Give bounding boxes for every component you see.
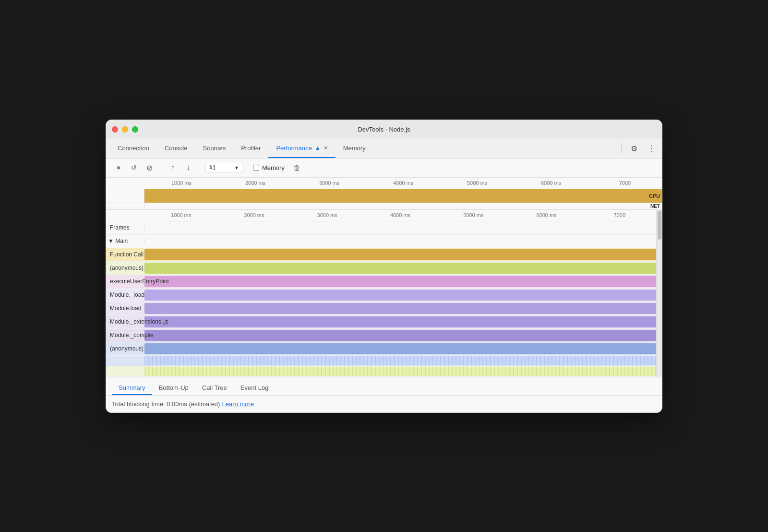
memory-checkbox-group: Memory <box>253 164 285 171</box>
ruler2-tick-3: 3000 ms <box>291 212 364 218</box>
anonymous2-row[interactable]: (anonymous) <box>106 342 656 356</box>
anonymous1-bar-area <box>144 262 656 275</box>
close-button[interactable] <box>112 126 118 133</box>
tab-sources[interactable]: Sources <box>195 139 233 158</box>
learn-more-link[interactable]: Learn more <box>222 400 253 408</box>
maximize-button[interactable] <box>132 126 138 133</box>
frames-row: Frames <box>106 221 656 235</box>
ruler2-tick-5: 5000 ms <box>437 212 510 218</box>
profile-number: #1 <box>209 164 216 171</box>
detail2-bar-area <box>144 366 656 376</box>
compile-bar-area <box>144 329 656 342</box>
clear-button[interactable]: ⊘ <box>143 161 156 174</box>
upload-button[interactable]: ↑ <box>166 161 180 174</box>
title-bar: DevTools - Node.js <box>106 120 662 139</box>
frames-bar-area <box>144 221 656 234</box>
tab-summary[interactable]: Summary <box>112 381 152 395</box>
scrollbar-thumb[interactable] <box>658 211 661 240</box>
extensions-bar-area <box>144 315 656 328</box>
tab-profiler[interactable]: Profiler <box>233 139 268 158</box>
module-load2-row[interactable]: Module.load <box>106 302 656 315</box>
performance-icon: ▲ <box>315 145 321 151</box>
tab-connection[interactable]: Connection <box>110 139 157 158</box>
module-load2-label: Module.load <box>106 305 144 312</box>
traffic-lights <box>112 126 138 133</box>
detail1-row <box>106 356 656 366</box>
devtools-window: DevTools - Node.js Connection Console So… <box>106 120 662 413</box>
reload-button[interactable]: ↺ <box>127 161 141 174</box>
timeline-ruler-top: 1000 ms 2000 ms 3000 ms 4000 ms 5000 ms … <box>106 178 662 189</box>
trash-button[interactable]: 🗑 <box>290 161 304 174</box>
status-bar: Total blocking time: 0.00ms (estimated) … <box>106 395 662 412</box>
dropdown-arrow: ▼ <box>234 165 239 170</box>
download-button[interactable]: ↓ <box>181 161 195 174</box>
performance-close-icon[interactable]: ✕ <box>324 145 328 151</box>
toolbar-separator-1 <box>161 163 161 172</box>
ruler2-tick-2: 2000 ms <box>217 212 290 218</box>
net-left-spacer <box>106 203 144 209</box>
timeline-ruler-bottom: 1000 ms 2000 ms 3000 ms 4000 ms 5000 ms … <box>106 210 656 221</box>
tab-console[interactable]: Console <box>157 139 195 158</box>
ruler2-tick-7: 7000 <box>583 212 656 218</box>
ruler-tick-6: 6000 ms <box>514 180 588 186</box>
ruler-tick-7: 7000 <box>588 180 662 186</box>
net-label: NET <box>650 204 660 209</box>
bottom-tabs: Summary Bottom-Up Call Tree Event Log <box>106 377 662 395</box>
anonymous1-row[interactable]: (anonymous) <box>106 262 656 275</box>
ruler-tick-4: 4000 ms <box>366 180 440 186</box>
anonymous2-bar-area <box>144 342 656 355</box>
tab-memory[interactable]: Memory <box>336 139 373 158</box>
ruler2-tick-6: 6000 ms <box>510 212 583 218</box>
function-call-row[interactable]: Function Call <box>106 248 656 262</box>
frames-label: Frames <box>106 224 144 231</box>
extensions-row[interactable]: Module._extensions..js <box>106 315 656 329</box>
ruler-tick-5: 5000 ms <box>440 180 514 186</box>
settings-icon[interactable]: ⚙ <box>627 142 641 155</box>
cpu-bar: CPU <box>144 189 662 203</box>
memory-checkbox-label[interactable]: Memory <box>262 164 285 171</box>
tab-divider <box>621 144 622 153</box>
main-label: ▼ Main <box>106 238 144 244</box>
cpu-left-spacer <box>106 189 144 203</box>
main-section-header[interactable]: ▼ Main <box>106 235 656 248</box>
record-button[interactable]: ● <box>112 161 125 174</box>
tab-bottom-up[interactable]: Bottom-Up <box>152 381 195 395</box>
extensions-label: Module._extensions..js <box>106 318 144 325</box>
function-call-label: Function Call <box>106 251 144 258</box>
toolbar-separator-2 <box>200 163 200 172</box>
module-load2-bar-area <box>144 302 656 315</box>
tab-performance[interactable]: Performance ▲ ✕ <box>268 139 335 158</box>
compile-row[interactable]: Module._compile <box>106 329 656 342</box>
content-area: 1000 ms 2000 ms 3000 ms 4000 ms 5000 ms … <box>106 210 662 377</box>
cpu-label: CPU <box>649 193 660 199</box>
anonymous1-label: (anonymous) <box>106 265 144 271</box>
status-text: Total blocking time: 0.00ms (estimated) <box>112 400 220 408</box>
execute-label: executeUserEntryPoint <box>106 278 144 285</box>
profile-selector[interactable]: #1 ▼ <box>205 163 243 172</box>
tab-event-log[interactable]: Event Log <box>234 381 276 395</box>
execute-bar-area <box>144 275 656 288</box>
ruler-tick-2: 2000 ms <box>218 180 292 186</box>
main-bar-area <box>144 235 656 248</box>
function-call-bar-area <box>144 248 656 261</box>
detail1-bar-area <box>144 356 656 366</box>
minimize-button[interactable] <box>122 126 128 133</box>
ruler-tick-3: 3000 ms <box>292 180 366 186</box>
tab-call-tree[interactable]: Call Tree <box>195 381 234 395</box>
detail2-row <box>106 366 656 377</box>
net-bar: NET <box>144 203 662 209</box>
module-load-row[interactable]: Module._load <box>106 289 656 302</box>
vertical-scrollbar[interactable] <box>656 210 662 377</box>
anonymous2-label: (anonymous) <box>106 345 144 352</box>
tab-bar-right: ⚙ ⋮ <box>619 142 658 155</box>
execute-row[interactable]: executeUserEntryPoint <box>106 275 656 289</box>
net-section: NET <box>106 203 662 210</box>
memory-checkbox[interactable] <box>253 165 259 171</box>
scroll-content: 1000 ms 2000 ms 3000 ms 4000 ms 5000 ms … <box>106 210 656 377</box>
more-icon[interactable]: ⋮ <box>645 142 658 155</box>
ruler2-tick-1: 1000 ms <box>144 212 217 218</box>
module-load-label: Module._load <box>106 291 144 298</box>
ruler-tick-1: 1000 ms <box>144 180 218 186</box>
toolbar: ● ↺ ⊘ ↑ ↓ #1 ▼ Memory 🗑 <box>106 158 662 178</box>
cpu-section: CPU <box>106 189 662 203</box>
